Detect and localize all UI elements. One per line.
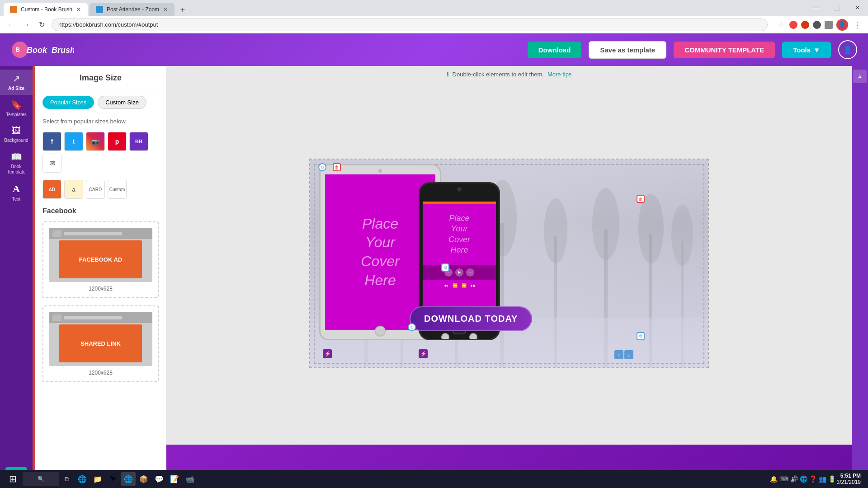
keyboard-icon[interactable]: ⌨ [779,475,788,483]
sidebar-item-book-template-label: Book Template [3,164,30,175]
tab-2-close[interactable]: ✕ [163,6,168,13]
svg-text:Book: Book [27,46,47,55]
hash-button[interactable]: # [853,70,867,83]
extension-icon-3[interactable] [813,21,821,29]
new-tab-button[interactable]: + [176,4,189,16]
start-button[interactable]: ⊞ [4,471,22,487]
extension-icon-4[interactable] [825,21,833,29]
twitter-size-icon[interactable]: t [64,132,83,151]
forward-button[interactable]: → [21,19,32,30]
extension-icon-1[interactable] [789,21,797,29]
download-today-label: DOWNLOAD TODAY [424,314,518,324]
facebook-ad-card[interactable]: FACEBOOK AD 1200x628 [42,221,159,298]
custom-size-button[interactable]: Custom Size [98,96,146,109]
taskbar-zoom-icon[interactable]: 📹 [183,472,197,486]
background-icon: 🖼 [12,126,21,136]
taskbar-time-value: 5:51 PM [837,473,861,479]
network-icon[interactable]: 🌐 [800,475,807,483]
extension-icon-2[interactable] [801,21,809,29]
taskbar-folder-icon[interactable]: 📁 [90,472,105,486]
design-canvas[interactable]: PlaceYourCoverHere PlaceYourCoverHere [310,160,708,367]
taskbar-store-icon[interactable]: 🛍 [106,472,120,486]
sidebar-item-ad-size[interactable]: ↗ Ad Size [0,70,33,95]
custom-size-icon-box[interactable]: Custom [108,180,127,199]
back-button[interactable]: ← [5,19,16,30]
browser-tab-2[interactable]: Post Attendee - Zoom ✕ [90,3,175,16]
bb-size-icon[interactable]: BB [129,132,148,151]
amazon-size-icon-box[interactable]: a [64,180,83,199]
more-tips-link[interactable]: More tips [547,71,571,78]
lightning-icon-2: ⚡ [419,349,428,358]
taskbar-task-view-icon[interactable]: ⧉ [60,472,74,486]
canvas-area: ℹ Double-click elements to edit them. Mo… [166,66,852,488]
volume-icon[interactable]: 🔊 [790,475,798,483]
download-today-button[interactable]: DOWNLOAD TODAY [410,306,532,331]
maximize-button[interactable]: ⬜ [826,0,847,16]
pinterest-size-icon[interactable]: p [108,132,127,151]
show-desktop-button[interactable] [862,472,864,486]
ad-size-icon-box[interactable]: AD [42,180,61,199]
tab-1-close[interactable]: ✕ [76,6,81,13]
sidebar-item-book-template[interactable]: 📖 Book Template [0,148,33,178]
sidebar-item-templates[interactable]: 🔖 Templates [0,96,33,121]
templates-icon: 🔖 [11,99,22,110]
phone-playback: ⏮ ⏪ ⏩ ⏭ [423,280,496,291]
download-button[interactable]: Download [528,42,582,58]
popular-sizes-button[interactable]: Popular Sizes [42,96,94,109]
help-icon[interactable]: ❓ [809,475,817,483]
logo[interactable]: B Book 🐾 Brush [11,38,74,61]
delete-handle-1[interactable]: 🗑 [333,163,341,171]
taskbar-clock[interactable]: 5:51 PM 3/21/2019 [837,473,861,485]
phone-earbuds [441,333,477,340]
taskbar-search-icon[interactable]: 🔍 [23,472,59,486]
shared-link-card-container: SHARED LINK 1200x628 [35,302,166,386]
section-facebook-title: Facebook [35,202,166,218]
panel-hint: Select from popular sizes below [35,114,166,128]
save-template-button[interactable]: Save as template [589,41,666,59]
battery-icon: 🔋 [828,475,836,483]
tab-1-favicon [10,6,17,13]
rotate-handle-2[interactable]: ↻ [408,323,416,331]
shared-link-inner: SHARED LINK [59,324,142,362]
phone-play-icon: ▶ [455,268,463,277]
shared-link-card[interactable]: SHARED LINK 1200x628 [42,305,159,382]
taskbar-amazon-icon[interactable]: 📦 [137,472,151,486]
address-bar[interactable]: https://bookbrush.com/custom/#output [52,19,768,31]
taskbar-skype-icon[interactable]: 💬 [152,472,166,486]
tab-1-title: Custom - Book Brush [21,6,72,13]
facebook-size-icon[interactable]: f [42,132,61,151]
main-content: ↗ Ad Size 🔖 Templates 🖼 Background 📖 Boo… [0,66,868,488]
people-icon[interactable]: 👥 [819,475,826,483]
taskbar-chrome-icon[interactable]: 🌐 [121,472,136,486]
user-button[interactable]: 👤 [838,40,857,59]
sidebar-item-ad-size-label: Ad Size [8,86,24,91]
tools-button[interactable]: Tools ▼ [782,42,831,58]
layer-up-button[interactable]: ↑ [614,350,623,359]
taskbar: ⊞ 🔍 ⧉ 🌐 📁 🛍 🌐 📦 💬 📝 📹 🔔 ⌨ 🔊 🌐 ❓ 👥 🔋 5:5 [0,470,868,488]
minimize-button[interactable]: — [806,0,826,16]
layer-down-button[interactable]: ↓ [624,350,633,359]
facebook-ad-preview: FACEBOOK AD [49,228,152,282]
bookmark-icon[interactable]: ☆ [777,20,786,29]
community-template-button[interactable]: COMMUNITY TEMPLATE [674,42,775,58]
taskbar-edge-icon[interactable]: 🌐 [75,472,90,486]
notification-icon[interactable]: 🔔 [770,475,778,483]
copy-handle-1[interactable]: ⧉ [441,263,449,272]
sidebar-item-text[interactable]: A Text [0,179,33,206]
refresh-button[interactable]: ↻ [36,19,47,30]
taskbar-date-value: 3/21/2019 [837,479,861,485]
email-size-icon[interactable]: ✉ [42,154,61,173]
menu-button[interactable]: ⋮ [852,19,863,30]
taskbar-word-icon[interactable]: 📝 [167,472,182,486]
card-size-icon-box[interactable]: CARD [86,180,105,199]
phone-controls: ← ▶ → [423,265,496,280]
copy-handle-2[interactable]: ⧉ [637,332,645,340]
instagram-size-icon[interactable]: 📷 [86,132,105,151]
close-button[interactable]: ✕ [847,0,868,16]
user-avatar[interactable]: 👤 [836,19,848,31]
rotate-handle-1[interactable]: ↻ [318,163,326,171]
browser-tab-1[interactable]: Custom - Book Brush ✕ [4,3,88,16]
delete-handle-2[interactable]: 🗑 [637,195,645,203]
skip-forward-icon: ⏭ [469,282,476,289]
sidebar-item-background[interactable]: 🖼 Background [0,122,33,147]
